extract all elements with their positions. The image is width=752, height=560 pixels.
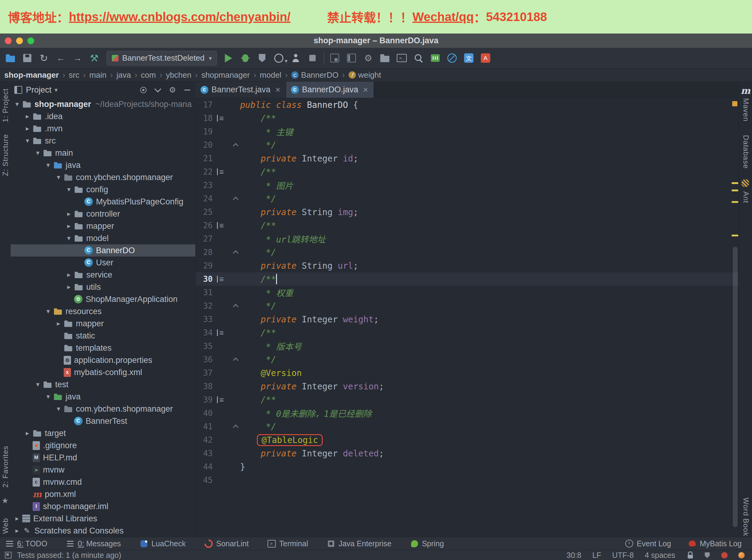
- toolwindow-button-z-structure[interactable]: Z: Structure: [1, 134, 10, 176]
- error-stripe-mark[interactable]: [732, 189, 738, 191]
- tree-item-test[interactable]: ▾test: [11, 378, 195, 391]
- tree-item-gitignore[interactable]: .gitignore: [11, 439, 195, 452]
- toolwindow-button-event-log[interactable]: Event Log: [625, 539, 671, 548]
- tree-item-shop-manager[interactable]: ▾shop-manager~/IdeaProjects/shop-mana: [11, 98, 195, 110]
- run-icon[interactable]: [222, 52, 235, 64]
- tree-open-arrow-icon[interactable]: ▾: [13, 100, 22, 108]
- tree-closed-arrow-icon[interactable]: ▸: [64, 283, 74, 291]
- breadcrumb-item-main[interactable]: main: [89, 71, 106, 80]
- tree-closed-arrow-icon[interactable]: ▸: [13, 527, 22, 535]
- coverage-icon[interactable]: [256, 52, 268, 64]
- sync-icon[interactable]: [38, 52, 50, 64]
- code-line-19[interactable]: 19 * 主键: [196, 125, 739, 138]
- tree-item-mapper[interactable]: ▸mapper: [11, 318, 195, 330]
- tree-open-arrow-icon[interactable]: ▾: [54, 173, 63, 181]
- tab-bannerdo-java[interactable]: CBannerDO.java: [286, 82, 374, 98]
- code-line-18[interactable]: 18 /**: [196, 112, 739, 125]
- code-line-42[interactable]: 42 @TableLogic: [196, 433, 739, 447]
- close-tab-icon[interactable]: [275, 87, 280, 93]
- fold-marker-icon[interactable]: [231, 357, 240, 362]
- code-line-29[interactable]: 29 private String url;: [196, 259, 739, 273]
- tree-item-templates[interactable]: templates: [11, 342, 195, 354]
- tree-item-model[interactable]: ▾model: [11, 232, 195, 244]
- close-tab-icon[interactable]: [363, 87, 368, 93]
- tree-closed-arrow-icon[interactable]: ▸: [23, 429, 32, 437]
- tree-item-utils[interactable]: ▸utils: [11, 281, 195, 293]
- code-line-22[interactable]: 22 /**: [196, 165, 739, 179]
- banner-blog-url-link[interactable]: https://www.cnblogs.com/chenyanbin/: [69, 10, 290, 24]
- close-window-button[interactable]: [5, 38, 12, 44]
- tree-closed-arrow-icon[interactable]: ▸: [13, 515, 22, 522]
- tree-item-resources[interactable]: ▾resources: [11, 305, 195, 318]
- breadcrumb-item-model[interactable]: model: [260, 71, 281, 80]
- tree-item-pom-xml[interactable]: mpom.xml: [11, 488, 195, 500]
- breadcrumb-item-src[interactable]: src: [69, 71, 80, 80]
- status-message[interactable]: Tests passed: 1 (a minute ago): [17, 551, 121, 560]
- tree-item-bannerdo[interactable]: CBannerDO: [11, 244, 195, 257]
- modules-icon[interactable]: [379, 52, 391, 64]
- fold-marker-icon[interactable]: [231, 303, 240, 308]
- toolwindow-button-6-todo[interactable]: 6: TODO: [5, 539, 47, 548]
- console-icon[interactable]: [396, 52, 408, 64]
- tree-open-arrow-icon[interactable]: ▾: [64, 185, 74, 194]
- tree-open-arrow-icon[interactable]: ▾: [44, 161, 53, 169]
- breadcrumb-item-bannerdo[interactable]: CBannerDO: [291, 71, 338, 80]
- toolwindow-button-word-book[interactable]: Word Book: [741, 498, 750, 536]
- tab-bannertest-java[interactable]: CBannerTest.java: [196, 82, 286, 98]
- hide-panel-icon[interactable]: [182, 85, 192, 95]
- error-stripe-mark[interactable]: [732, 101, 737, 106]
- monitor-icon[interactable]: [429, 52, 441, 64]
- tree-closed-arrow-icon[interactable]: ▸: [23, 125, 32, 133]
- tree-item-controller[interactable]: ▸controller: [11, 208, 195, 220]
- caret-position[interactable]: 30:8: [567, 551, 581, 560]
- toolwindow-button-java-enterprise[interactable]: Java Enterprise: [327, 539, 392, 548]
- error-stripe-mark[interactable]: [732, 235, 738, 236]
- code-line-33[interactable]: 33 private Integer weight;: [196, 313, 739, 326]
- file-encoding[interactable]: UTF-8: [612, 551, 634, 560]
- breadcrumb-item-shop-manager[interactable]: shop-manager: [4, 71, 59, 80]
- tree-item-java[interactable]: ▾java: [11, 391, 195, 403]
- tree-item-target[interactable]: ▸target: [11, 427, 195, 439]
- maven-logo-icon[interactable]: m: [741, 85, 751, 96]
- debug-icon[interactable]: [239, 52, 251, 64]
- indent-style[interactable]: 4 spaces: [645, 551, 675, 560]
- tree-item-bannertest[interactable]: CBannerTest: [11, 415, 195, 427]
- tree-item-idea[interactable]: ▸.idea: [11, 110, 195, 122]
- code-line-43[interactable]: 43 private Integer deleted;: [196, 447, 739, 460]
- code-line-37[interactable]: 37 @Version: [196, 366, 739, 380]
- toolwindow-switcher-icon[interactable]: [4, 551, 12, 559]
- tree-item-com-ybchen-shopmanager[interactable]: ▾com.ybchen.shopmanager: [11, 171, 195, 183]
- gear-icon[interactable]: [167, 85, 177, 95]
- editor-scrollbar[interactable]: [733, 247, 738, 527]
- tree-item-config[interactable]: ▾config: [11, 183, 195, 196]
- tree-closed-arrow-icon[interactable]: ▸: [23, 113, 32, 120]
- tree-item-mybatispluspageconfig[interactable]: CMybatisPlusPageConfig: [11, 196, 195, 208]
- breadcrumb-item-java[interactable]: java: [116, 71, 131, 80]
- code-line-38[interactable]: 38 private Integer version;: [196, 380, 739, 393]
- line-separator[interactable]: LF: [592, 551, 601, 560]
- run-configuration-select[interactable]: BannerTest.testDeleted: [107, 51, 217, 65]
- tree-item-mybatis-config-xml[interactable]: xmybatis-config.xml: [11, 366, 195, 378]
- toolwindow-button-0-messages[interactable]: 0: Messages: [66, 539, 121, 548]
- tree-item-application-properties[interactable]: application.properties: [11, 354, 195, 366]
- attach-icon[interactable]: [290, 52, 302, 64]
- breadcrumb-item-ybchen[interactable]: ybchen: [166, 71, 191, 80]
- code-line-40[interactable]: 40 * 0是未删除，1是已经删除: [196, 406, 739, 420]
- tree-open-arrow-icon[interactable]: ▾: [44, 307, 53, 315]
- open-icon[interactable]: [4, 52, 17, 64]
- toolwindow-button-spring[interactable]: Spring: [411, 539, 444, 548]
- bookmark-star-icon[interactable]: [1, 496, 8, 505]
- breadcrumb-item-shopmanager[interactable]: shopmanager: [201, 71, 250, 80]
- code-line-39[interactable]: 39 /**: [196, 393, 739, 406]
- code-line-23[interactable]: 23 * 图片: [196, 179, 739, 192]
- code-line-26[interactable]: 26 /**: [196, 219, 739, 232]
- build-icon[interactable]: [88, 52, 100, 64]
- error-stripe-mark[interactable]: [732, 201, 738, 203]
- fold-marker-icon[interactable]: [231, 142, 240, 148]
- tree-item-com-ybchen-shopmanager[interactable]: ▾com.ybchen.shopmanager: [11, 403, 195, 415]
- search-icon[interactable]: [412, 52, 424, 64]
- tree-closed-arrow-icon[interactable]: ▸: [64, 210, 74, 218]
- orb-icon[interactable]: [737, 551, 745, 559]
- tree-item-mvnw[interactable]: >mvnw: [11, 464, 195, 476]
- tree-open-arrow-icon[interactable]: ▾: [54, 405, 63, 413]
